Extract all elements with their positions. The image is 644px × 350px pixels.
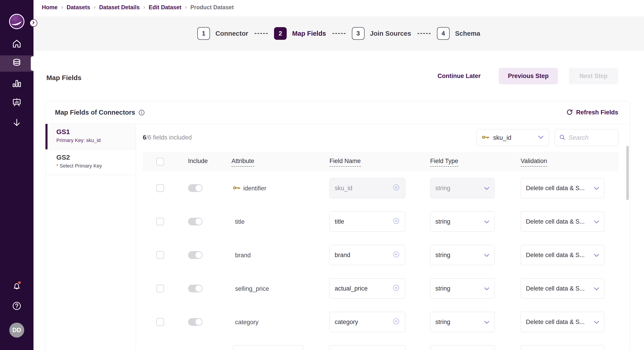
- table-scrollbar[interactable]: [626, 146, 629, 200]
- panel-header: Map Fields of Connectors: [46, 101, 630, 124]
- row-checkbox[interactable]: [156, 218, 164, 225]
- primary-key-select[interactable]: sku_id: [476, 129, 549, 146]
- notification-dot: [18, 281, 22, 285]
- step-connector: [332, 33, 346, 34]
- field-name-input: sku_id: [330, 178, 405, 198]
- tab-gs1-subtitle: Primary Key: sku_id: [56, 137, 136, 143]
- field-name-input[interactable]: title: [330, 211, 405, 232]
- validation-select[interactable]: [521, 345, 604, 350]
- step-2-label: Map Fields: [292, 30, 326, 37]
- validation-select[interactable]: Delete cell data & S...: [521, 278, 604, 299]
- question-icon: [12, 301, 22, 312]
- tab-gs2[interactable]: GS2 *Select Primary Key: [46, 149, 136, 175]
- clear-icon[interactable]: [392, 217, 400, 226]
- breadcrumb-home[interactable]: Home: [42, 4, 58, 11]
- step-2-box[interactable]: 2: [274, 27, 287, 40]
- app-root: DD Home › Datasets › Dataset Details › E…: [0, 0, 644, 350]
- refresh-fields-button[interactable]: Refresh Fields: [566, 109, 618, 116]
- breadcrumb-separator: ›: [94, 4, 96, 10]
- datasets-icon: [11, 58, 22, 69]
- info-icon[interactable]: [138, 109, 145, 116]
- field-name-input[interactable]: category: [330, 312, 405, 332]
- table-row: selling_price actual_price string Delete…: [143, 272, 618, 305]
- continue-later-button[interactable]: Continue Later: [438, 73, 480, 80]
- breadcrumb-datasets[interactable]: Datasets: [66, 4, 90, 11]
- key-icon: [233, 185, 240, 192]
- fields-table: Include Attribute Field Name Field Type …: [143, 152, 618, 350]
- search-icon: [559, 134, 566, 142]
- step-connector: [254, 33, 268, 34]
- field-type-select[interactable]: string: [430, 245, 495, 265]
- validation-select[interactable]: Delete cell data & S...: [521, 312, 604, 332]
- avatar[interactable]: DD: [9, 323, 24, 338]
- tab-gs1-name: GS1: [56, 128, 136, 136]
- active-item-indicator: [31, 56, 34, 71]
- step-1-box[interactable]: 1: [197, 27, 210, 40]
- sidebar-item-presentation[interactable]: [0, 95, 34, 111]
- required-marker: *: [56, 163, 58, 169]
- field-type-select[interactable]: string: [430, 312, 495, 332]
- search-input[interactable]: [568, 134, 607, 141]
- field-type-select[interactable]: string: [430, 278, 495, 299]
- clear-icon: [392, 184, 400, 193]
- sidebar-item-download[interactable]: [0, 115, 34, 131]
- validation-select[interactable]: Delete cell data & S...: [521, 178, 604, 198]
- refresh-icon: [566, 109, 573, 116]
- include-toggle[interactable]: [188, 184, 202, 192]
- chevron-down-icon: [484, 285, 490, 292]
- field-type-select[interactable]: string: [430, 211, 495, 232]
- table-row: title title string Delete cell data & S.…: [143, 205, 618, 238]
- page-title: Map Fields: [46, 74, 82, 82]
- sidebar-item-notifications[interactable]: [0, 278, 34, 294]
- stepper: 1 Connector 2 Map Fields 3 Join Sources …: [197, 27, 480, 40]
- include-toggle[interactable]: [188, 251, 202, 259]
- sidebar-item-datasets[interactable]: [0, 55, 34, 72]
- attribute-label: identifier: [233, 185, 266, 192]
- field-name-input[interactable]: [330, 345, 405, 350]
- breadcrumb-dataset-details[interactable]: Dataset Details: [99, 4, 140, 11]
- header-attribute: Attribute: [232, 158, 254, 165]
- table-row: brand brand string Delete cell data & S.…: [143, 238, 618, 272]
- select-all-checkbox[interactable]: [156, 158, 164, 165]
- breadcrumb-edit-dataset[interactable]: Edit Dataset: [149, 4, 181, 11]
- field-type-select[interactable]: [430, 345, 495, 350]
- sidebar-expand-button[interactable]: [30, 19, 37, 27]
- include-toggle[interactable]: [188, 318, 202, 326]
- header-validation: Validation: [521, 158, 547, 165]
- validation-select[interactable]: Delete cell data & S...: [521, 211, 604, 232]
- field-name-input[interactable]: actual_price: [330, 278, 405, 299]
- include-toggle[interactable]: [188, 285, 202, 292]
- field-name-input[interactable]: brand: [330, 245, 405, 265]
- validation-select[interactable]: Delete cell data & S...: [521, 245, 604, 265]
- table-header-row: Include Attribute Field Name Field Type …: [143, 152, 618, 171]
- fields-included-summary: 6/6 fields included: [143, 134, 192, 141]
- sidebar-item-analytics[interactable]: [0, 75, 34, 92]
- step-3-box[interactable]: 3: [352, 27, 364, 40]
- previous-step-button[interactable]: Previous Step: [499, 68, 558, 84]
- attribute-input[interactable]: [233, 345, 304, 350]
- row-checkbox[interactable]: [156, 285, 164, 292]
- step-connector: [418, 33, 430, 34]
- clear-icon[interactable]: [392, 284, 400, 293]
- map-fields-panel: Map Fields of Connectors: [45, 101, 630, 350]
- page-actions: Continue Later Previous Step Next Step: [438, 68, 618, 84]
- breadcrumb-separator: ›: [143, 4, 145, 10]
- brand-logo[interactable]: [9, 13, 25, 29]
- clear-icon[interactable]: [392, 251, 400, 260]
- key-icon: [482, 135, 490, 141]
- sidebar-item-help[interactable]: [0, 298, 34, 315]
- chevron-down-icon: [594, 185, 599, 192]
- sidebar-item-home[interactable]: [0, 36, 34, 52]
- row-checkbox[interactable]: [156, 318, 164, 326]
- row-checkbox[interactable]: [156, 251, 164, 259]
- table-row: identifier sku_id string Delete cell dat…: [143, 171, 618, 205]
- chevron-down-icon: [484, 218, 490, 225]
- step-4-box[interactable]: 4: [437, 27, 450, 40]
- tab-gs1[interactable]: GS1 Primary Key: sku_id: [46, 124, 136, 149]
- attribute-label: category: [235, 319, 259, 326]
- clear-icon[interactable]: [392, 318, 400, 327]
- search-box: [554, 129, 618, 146]
- row-checkbox[interactable]: [156, 184, 164, 192]
- step-4-label: Schema: [455, 30, 480, 37]
- include-toggle[interactable]: [188, 218, 202, 225]
